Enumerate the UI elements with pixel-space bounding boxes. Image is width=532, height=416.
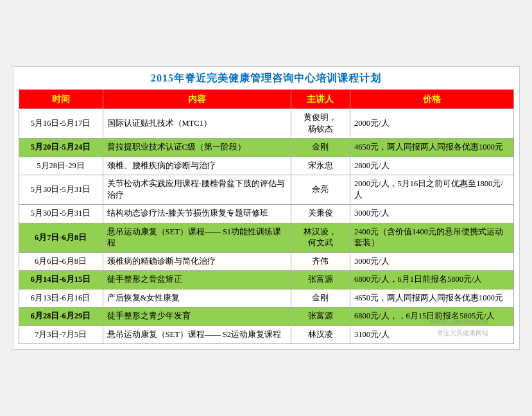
cell-speaker: 金刚 [291,139,350,157]
cell-time: 5月20日-5月24日 [19,139,103,157]
table-row: 5月16日-5月17日国际认证贴扎技术（MTC1）黄俊明， 杨钦杰2000元/人 [19,109,513,139]
table-row: 5月30日-5月31日结构动态诊疗法-膝关节损伤康复专题研修班关秉俊3000元/… [19,205,513,223]
cell-time: 6月7日-6月8日 [19,223,103,252]
cell-content: 结构动态诊疗法-膝关节损伤康复专题研修班 [103,205,291,223]
cell-price: 2000元/人，5月16日之前可优惠至1800元/人 [350,175,513,205]
cell-content: 徒手整形之青少年发育 [103,308,291,326]
table-header-row: 时间 内容 主讲人 价格 [19,89,513,109]
table-row: 6月28日-6月29日徒手整形之青少年发育张富源6800元/人，，6月15日前报… [19,308,513,326]
page-title: 2015年脊近完美健康管理咨询中心培训课程计划 [19,72,514,85]
table-row: 5月28日-29日颈椎、腰椎疾病的诊断与治疗宋永忠2800元/人 [19,157,513,175]
cell-content: 产后恢复&女性康复 [103,289,291,308]
cell-speaker: 张富源 [291,271,350,290]
cell-speaker: 关秉俊 [291,205,350,223]
cell-price: 4650元，两人同报两人同报各优惠1000元 [350,289,513,308]
cell-speaker: 宋永忠 [291,157,350,175]
cell-price: 3000元/人 [350,252,513,271]
cell-content: 国际认证贴扎技术（MTC1） [103,109,291,139]
table-wrapper: 时间 内容 主讲人 价格 5月16日-5月17日国际认证贴扎技术（MTC1）黄俊… [19,89,514,345]
cell-price: 2400元（含价值1400元的悬吊便携式运动套装） [350,223,513,252]
cell-price: 2800元/人 [350,157,513,175]
cell-time: 5月16日-5月17日 [19,109,103,139]
table-row: 5月20日-5月24日普拉提职业技术认证C级（第一阶段）金刚4650元，两人同报… [19,139,513,157]
cell-content: 悬吊运动康复（SET）课程—— S1功能性训练课程 [103,223,291,252]
cell-time: 6月28日-6月29日 [19,308,103,326]
table-row: 6月6日-6月8日颈椎病的精确诊断与简化治疗齐伟3000元/人 [19,252,513,271]
cell-time: 6月6日-6月8日 [19,252,103,271]
cell-time: 5月28日-29日 [19,157,103,175]
header-content: 内容 [103,89,291,109]
schedule-table: 时间 内容 主讲人 价格 5月16日-5月17日国际认证贴扎技术（MTC1）黄俊… [19,89,514,345]
table-row: 7月3日-7月5日悬吊运动康复（SET）课程—— S2运动康复课程林汉凌3100… [19,325,513,344]
cell-speaker: 余亮 [291,175,350,205]
cell-time: 5月30日-5月31日 [19,205,103,223]
main-container: 2015年脊近完美健康管理咨询中心培训课程计划 时间 内容 主讲人 价格 5月1… [13,66,520,351]
table-row: 6月14日-6月15日徒手整形之骨盆矫正张富源6800元/人，6月1日前报名58… [19,271,513,290]
cell-time: 6月14日-6月15日 [19,271,103,290]
cell-speaker: 张富源 [291,308,350,326]
cell-speaker: 黄俊明， 杨钦杰 [291,109,350,139]
cell-speaker: 金刚 [291,289,350,308]
cell-price: 4650元，两人同报两人同报各优惠1000元 [350,139,513,157]
cell-content: 徒手整形之骨盆矫正 [103,271,291,290]
cell-price: 3100元/人 [350,325,513,344]
cell-content: 悬吊运动康复（SET）课程—— S2运动康复课程 [103,325,291,344]
cell-content: 颈椎、腰椎疾病的诊断与治疗 [103,157,291,175]
header-speaker: 主讲人 [291,89,350,109]
table-row: 6月7日-6月8日悬吊运动康复（SET）课程—— S1功能性训练课程林汉凌， 何… [19,223,513,252]
cell-speaker: 林汉凌 [291,325,350,344]
cell-content: 普拉提职业技术认证C级（第一阶段） [103,139,291,157]
cell-price: 3000元/人 [350,205,513,223]
cell-speaker: 林汉凌， 何文武 [291,223,350,252]
cell-content: 颈椎病的精确诊断与简化治疗 [103,252,291,271]
table-row: 5月30日-5月31日关节松动术实践应用课程-腰椎骨盆下肢的评估与治疗余亮200… [19,175,513,205]
header-price: 价格 [350,89,513,109]
cell-content: 关节松动术实践应用课程-腰椎骨盆下肢的评估与治疗 [103,175,291,205]
cell-price: 6800元/人，6月1日前报名5800元/人 [350,271,513,290]
cell-price: 6800元/人，，6月15日前报名5805元/人 [350,308,513,326]
cell-time: 7月3日-7月5日 [19,325,103,344]
cell-time: 5月30日-5月31日 [19,175,103,205]
cell-speaker: 齐伟 [291,252,350,271]
header-time: 时间 [19,89,103,109]
cell-price: 2000元/人 [350,109,513,139]
cell-time: 6月13日-6月16日 [19,289,103,308]
table-row: 6月13日-6月16日产后恢复&女性康复金刚4650元，两人同报两人同报各优惠1… [19,289,513,308]
